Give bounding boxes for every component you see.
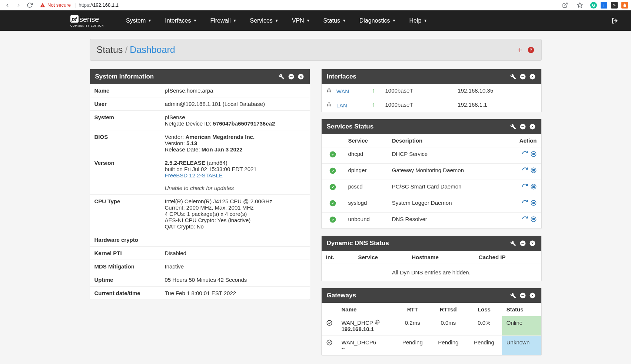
close-icon[interactable] bbox=[529, 73, 536, 80]
globe-icon bbox=[375, 320, 380, 326]
svg-point-20 bbox=[328, 106, 329, 107]
nav-services[interactable]: Services▼ bbox=[243, 10, 285, 31]
breadcrumb-section: Status bbox=[97, 44, 123, 55]
svg-rect-12 bbox=[521, 76, 524, 77]
logout-button[interactable] bbox=[611, 17, 618, 24]
minimize-icon[interactable] bbox=[519, 73, 527, 80]
nav-firewall[interactable]: Firewall▼ bbox=[203, 10, 243, 31]
restart-service-button[interactable] bbox=[522, 151, 528, 157]
configure-icon[interactable] bbox=[509, 123, 517, 130]
address-bar[interactable]: Not secure | https://192.168.1.1 bbox=[36, 2, 561, 8]
panel-title: Interfaces bbox=[327, 73, 509, 80]
svg-point-50 bbox=[327, 340, 332, 345]
svg-rect-23 bbox=[521, 126, 524, 127]
minimize-icon[interactable] bbox=[519, 292, 527, 299]
browser-toolbar: Not secure | https://192.168.1.1 G i > bbox=[0, 0, 631, 10]
minimize-icon[interactable] bbox=[288, 73, 295, 80]
configure-icon[interactable] bbox=[278, 73, 285, 80]
status-ok-icon bbox=[329, 217, 336, 225]
restart-service-button[interactable] bbox=[522, 216, 528, 223]
restart-service-button[interactable] bbox=[522, 200, 528, 206]
help-button[interactable]: ? bbox=[527, 46, 535, 54]
logo-icon: pf sense COMMUNITY EDITION bbox=[70, 14, 111, 28]
svg-point-16 bbox=[328, 91, 329, 93]
dynamic-dns-panel: Dynamic DNS Status Int.ServiceHostnameCa… bbox=[321, 236, 542, 281]
status-ok-icon bbox=[329, 185, 336, 192]
panel-title: Services Status bbox=[327, 123, 509, 130]
star-icon[interactable] bbox=[575, 1, 584, 10]
nav-vpn[interactable]: VPN▼ bbox=[285, 10, 317, 31]
nav-interfaces[interactable]: Interfaces▼ bbox=[158, 10, 203, 31]
close-icon[interactable] bbox=[529, 292, 536, 299]
extension-dark-icon[interactable]: > bbox=[611, 2, 618, 9]
reload-button[interactable] bbox=[25, 1, 34, 10]
nav-system[interactable]: System▼ bbox=[119, 10, 158, 31]
stop-service-button[interactable] bbox=[530, 216, 537, 223]
main-navbar: pf sense COMMUNITY EDITION System▼ Inter… bbox=[0, 10, 631, 31]
extension-grammarly-icon[interactable]: G bbox=[590, 2, 597, 9]
svg-point-19 bbox=[327, 106, 328, 107]
not-secure-label: Not secure bbox=[47, 2, 71, 8]
forward-button[interactable] bbox=[14, 1, 23, 10]
minimize-icon[interactable] bbox=[519, 240, 527, 247]
interface-link[interactable]: LAN bbox=[336, 102, 347, 108]
configure-icon[interactable] bbox=[509, 73, 517, 80]
panel-title: Dynamic DNS Status bbox=[327, 240, 509, 247]
table-row: Version2.5.2-RELEASE (amd64)built on Fri… bbox=[90, 156, 310, 195]
nav-diagnostics[interactable]: Diagnostics▼ bbox=[353, 10, 403, 31]
table-row: Current date/timeTue Feb 1 8:00:01 EST 2… bbox=[90, 287, 310, 300]
url-protocol: https bbox=[79, 2, 89, 8]
restart-service-button[interactable] bbox=[522, 183, 528, 190]
svg-point-15 bbox=[327, 91, 328, 93]
breadcrumb-page[interactable]: Dashboard bbox=[130, 44, 175, 55]
close-icon[interactable] bbox=[297, 73, 305, 80]
add-widget-button[interactable] bbox=[516, 46, 524, 54]
close-icon[interactable] bbox=[529, 123, 536, 130]
interface-link[interactable]: WAN bbox=[336, 88, 349, 94]
share-icon[interactable] bbox=[561, 1, 569, 10]
status-ok-icon bbox=[329, 201, 336, 208]
svg-point-17 bbox=[330, 91, 331, 93]
minimize-icon[interactable] bbox=[519, 123, 527, 130]
table-row: MDS MitigationInactive bbox=[90, 260, 310, 273]
separator: | bbox=[74, 2, 76, 8]
pfsense-logo[interactable]: pf sense COMMUNITY EDITION bbox=[70, 14, 111, 28]
stop-service-button[interactable] bbox=[530, 183, 537, 190]
freebsd-link[interactable]: FreeBSD 12.2-STABLE bbox=[165, 172, 223, 178]
back-button[interactable] bbox=[3, 1, 12, 10]
table-row: LAN↑1000baseT 192.168.1.1 bbox=[322, 98, 541, 112]
check-icon bbox=[326, 320, 333, 328]
extension-orange-icon[interactable] bbox=[621, 2, 628, 9]
svg-text:sense: sense bbox=[79, 15, 99, 23]
status-up-icon: ↑ bbox=[372, 101, 375, 108]
services-status-panel: Services Status ServiceDescriptionAction… bbox=[321, 119, 542, 229]
nav-help[interactable]: Help▼ bbox=[402, 10, 434, 31]
table-row: Useradmin@192.168.1.101 (Local Database) bbox=[90, 97, 310, 111]
interfaces-panel: Interfaces WAN↑1000baseT 192.168.10.35 L… bbox=[321, 69, 542, 112]
table-row: WAN_DHCP192.168.10.10.2ms0.0ms0.0%Online bbox=[322, 316, 541, 336]
configure-icon[interactable] bbox=[509, 292, 517, 299]
svg-point-21 bbox=[330, 106, 331, 107]
panel-title: System Information bbox=[95, 73, 278, 80]
col-rttsd: RTTsd bbox=[431, 303, 466, 316]
stop-service-button[interactable] bbox=[530, 200, 537, 206]
configure-icon[interactable] bbox=[509, 240, 517, 247]
table-row: Hardware crypto bbox=[90, 233, 310, 247]
panel-title: Gateways bbox=[327, 292, 509, 299]
col-int: Int. bbox=[322, 251, 354, 264]
close-icon[interactable] bbox=[529, 240, 536, 247]
svg-rect-27 bbox=[532, 153, 534, 155]
svg-line-0 bbox=[565, 3, 567, 6]
nav-status[interactable]: Status▼ bbox=[317, 10, 353, 31]
svg-point-46 bbox=[327, 320, 332, 325]
stop-service-button[interactable] bbox=[530, 167, 537, 174]
system-information-panel: System Information NamepfSense.home.arpa… bbox=[90, 69, 310, 300]
warning-icon bbox=[40, 3, 45, 8]
svg-point-18 bbox=[328, 102, 329, 103]
col-service: Service bbox=[344, 134, 388, 147]
restart-service-button[interactable] bbox=[522, 167, 528, 174]
svg-text:pf: pf bbox=[71, 16, 77, 22]
extension-blue-icon[interactable]: i bbox=[601, 2, 607, 9]
stop-service-button[interactable] bbox=[530, 151, 537, 157]
svg-marker-1 bbox=[577, 3, 582, 7]
